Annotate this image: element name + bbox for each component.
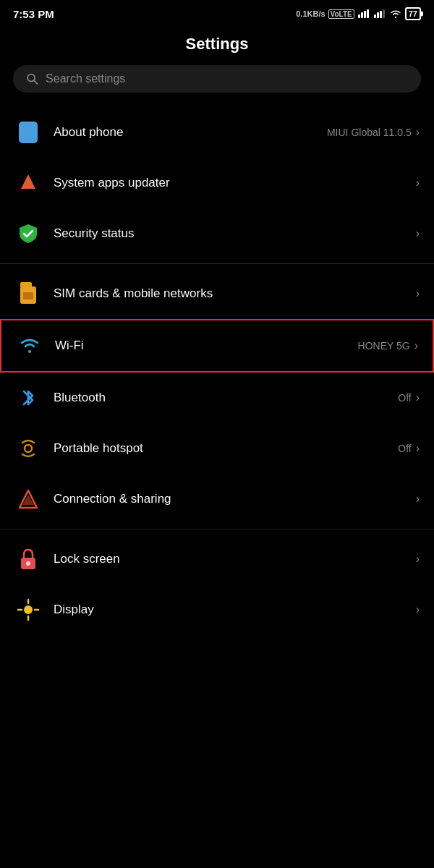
wifi-label: Wi-Fi: [55, 339, 84, 353]
hotspot-label: Portable hotspot: [54, 441, 143, 456]
svg-rect-7: [383, 9, 385, 18]
phone-icon: [14, 119, 42, 146]
connection-chevron: ›: [416, 493, 420, 506]
sim-cards-chevron: ›: [416, 287, 420, 300]
svg-rect-2: [364, 11, 366, 18]
about-phone-label: About phone: [54, 125, 123, 140]
about-phone-value: MIUI Global 11.0.5: [327, 127, 412, 138]
bluetooth-value: Off: [398, 392, 411, 404]
settings-item-bluetooth[interactable]: Bluetooth Off ›: [0, 373, 434, 423]
display-icon: [14, 596, 42, 624]
sim-icon: [14, 280, 42, 307]
svg-point-14: [25, 445, 32, 452]
lock-screen-label: Lock screen: [54, 552, 120, 566]
settings-item-hotspot[interactable]: Portable hotspot Off ›: [0, 423, 434, 474]
status-icons: 0.1KB/s VoLTE 77: [296, 7, 421, 20]
settings-list: About phone MIUI Global 11.0.5 › System …: [0, 107, 434, 635]
signal-icon-1: [357, 9, 370, 19]
lock-icon: [14, 545, 42, 573]
bluetooth-chevron: ›: [416, 391, 420, 404]
settings-item-display[interactable]: Display ›: [0, 584, 434, 635]
settings-item-wifi[interactable]: Wi-Fi HONEY 5G ›: [0, 319, 434, 373]
settings-item-lock-screen[interactable]: Lock screen ›: [0, 534, 434, 584]
settings-item-sim-cards[interactable]: SIM cards & mobile networks ›: [0, 268, 434, 319]
battery-icon: 77: [405, 7, 421, 20]
lock-screen-chevron: ›: [416, 553, 420, 566]
wifi-value: HONEY 5G: [358, 340, 410, 352]
svg-point-19: [24, 605, 33, 614]
hotspot-chevron: ›: [416, 442, 420, 455]
network-speed: 0.1KB/s: [296, 9, 325, 18]
svg-rect-4: [374, 14, 376, 18]
wifi-status-icon: [389, 9, 402, 19]
svg-rect-1: [361, 12, 363, 18]
arrow-up-icon: [14, 169, 42, 197]
settings-item-connection-sharing[interactable]: Connection & sharing ›: [0, 474, 434, 524]
svg-line-9: [34, 80, 38, 84]
svg-rect-3: [367, 9, 369, 18]
search-icon: [26, 72, 38, 85]
svg-rect-5: [377, 12, 379, 18]
settings-item-security-status[interactable]: Security status ›: [0, 208, 434, 259]
hotspot-icon: [14, 435, 42, 462]
svg-point-18: [26, 561, 30, 566]
signal-icon-2: [373, 9, 386, 19]
bluetooth-icon: [14, 384, 42, 412]
svg-rect-13: [23, 292, 33, 299]
wifi-chevron: ›: [414, 339, 418, 352]
settings-item-about-phone[interactable]: About phone MIUI Global 11.0.5 ›: [0, 107, 434, 158]
wifi-icon: [16, 332, 43, 359]
security-status-chevron: ›: [416, 227, 420, 240]
bluetooth-label: Bluetooth: [54, 391, 106, 405]
svg-rect-12: [20, 282, 32, 288]
divider-1: [0, 263, 434, 264]
search-input[interactable]: [46, 72, 408, 85]
system-apps-chevron: ›: [416, 176, 420, 190]
connection-icon: [14, 485, 42, 513]
status-bar: 7:53 PM 0.1KB/s VoLTE 77: [0, 0, 434, 25]
connection-label: Connection & sharing: [54, 492, 171, 506]
security-status-label: Security status: [54, 226, 135, 241]
svg-rect-6: [380, 11, 382, 18]
svg-rect-0: [358, 14, 360, 18]
svg-marker-10: [21, 174, 35, 189]
sim-cards-label: SIM cards & mobile networks: [54, 286, 213, 301]
divider-2: [0, 529, 434, 529]
display-label: Display: [54, 603, 94, 617]
status-time: 7:53 PM: [13, 8, 54, 20]
display-chevron: ›: [416, 603, 420, 616]
search-bar[interactable]: [13, 65, 421, 93]
system-apps-label: System apps updater: [54, 176, 170, 190]
volte-icon: VoLTE: [328, 9, 354, 19]
shield-icon: [14, 220, 42, 247]
settings-item-system-apps[interactable]: System apps updater ›: [0, 158, 434, 208]
about-phone-chevron: ›: [416, 126, 420, 139]
page-title: Settings: [0, 25, 434, 65]
hotspot-value: Off: [398, 443, 411, 454]
